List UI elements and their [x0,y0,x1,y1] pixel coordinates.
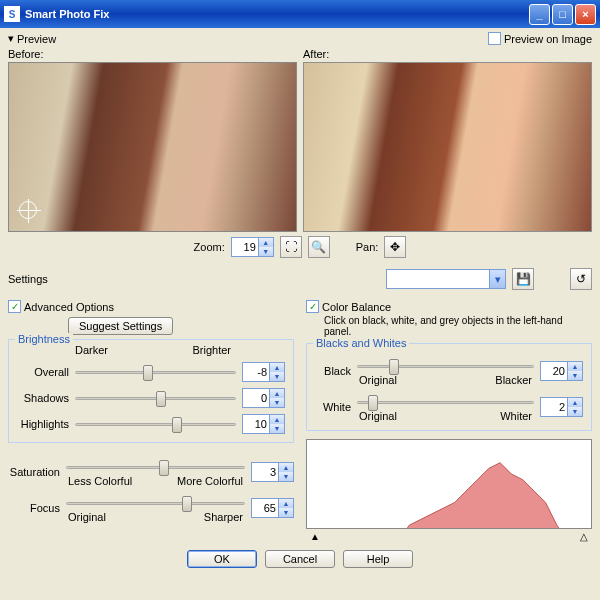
highlights-slider[interactable] [75,414,236,434]
fit-window-button[interactable]: ⛶ [280,236,302,258]
window-title: Smart Photo Fix [25,8,527,20]
minimize-button[interactable]: _ [529,4,550,25]
shadows-value[interactable]: ▲▼ [242,388,285,408]
close-button[interactable]: × [575,4,596,25]
actual-size-button[interactable]: 🔍 [308,236,330,258]
black-slider[interactable] [357,356,534,376]
black-point-marker[interactable]: ▲ [310,531,320,542]
before-image[interactable] [8,62,297,232]
checkbox-icon [488,32,501,45]
crosshair-icon [19,201,37,219]
maximize-button[interactable]: □ [552,4,573,25]
highlights-label: Highlights [17,418,69,430]
white-point-marker[interactable]: △ [580,531,588,542]
advanced-options-checkbox[interactable]: ✓ Advanced Options [8,300,294,313]
zoom-input[interactable]: ▲▼ [231,237,274,257]
chevron-down-icon: ▾ [489,270,505,288]
shadows-label: Shadows [17,392,69,404]
white-value[interactable]: ▲▼ [540,397,583,417]
settings-label: Settings [8,273,380,285]
highlights-value[interactable]: ▲▼ [242,414,285,434]
overall-value[interactable]: ▲▼ [242,362,285,382]
shadows-slider[interactable] [75,388,236,408]
svg-marker-0 [307,463,591,529]
color-balance-checkbox[interactable]: ✓ Color Balance [306,300,592,313]
black-label: Black [315,365,351,377]
white-label: White [315,401,351,413]
focus-value[interactable]: ▲▼ [251,498,294,518]
collapse-arrow-icon: ▾ [8,32,14,45]
color-balance-hint: Click on black, white, and grey objects … [324,315,592,337]
saturation-label: Saturation [8,466,60,478]
saturation-slider[interactable] [66,457,245,477]
zoom-down[interactable]: ▼ [258,247,273,256]
after-image[interactable] [303,62,592,232]
histogram [306,439,592,529]
histogram-markers[interactable]: ▲△ [306,531,592,542]
help-button[interactable]: Help [343,550,413,568]
checkbox-icon: ✓ [306,300,319,313]
zoom-up[interactable]: ▲ [258,238,273,247]
settings-preset-dropdown[interactable]: ▾ [386,269,506,289]
overall-label: Overall [17,366,69,378]
suggest-settings-button[interactable]: Suggest Settings [68,317,173,335]
pan-button[interactable]: ✥ [384,236,406,258]
preview-on-image-checkbox[interactable]: Preview on Image [488,32,592,45]
white-slider[interactable] [357,392,534,412]
blacks-whites-group: Blacks and Whites Black OriginalBlacker … [306,343,592,431]
preview-label: Preview [17,33,56,45]
overall-slider[interactable] [75,362,236,382]
reset-button[interactable]: ↺ [570,268,592,290]
checkbox-icon: ✓ [8,300,21,313]
saturation-value[interactable]: ▲▼ [251,462,294,482]
app-icon: S [4,6,20,22]
preview-toggle[interactable]: ▾ Preview [8,32,56,45]
ok-button[interactable]: OK [187,550,257,568]
cancel-button[interactable]: Cancel [265,550,335,568]
before-label: Before: [8,48,297,60]
focus-slider[interactable] [66,493,245,513]
after-label: After: [303,48,592,60]
zoom-label: Zoom: [194,241,225,253]
brightness-group: Brightness DarkerBrighter Overall ▲▼ Sha… [8,339,294,443]
black-value[interactable]: ▲▼ [540,361,583,381]
focus-label: Focus [8,502,60,514]
save-preset-button[interactable]: 💾 [512,268,534,290]
pan-label: Pan: [356,241,379,253]
